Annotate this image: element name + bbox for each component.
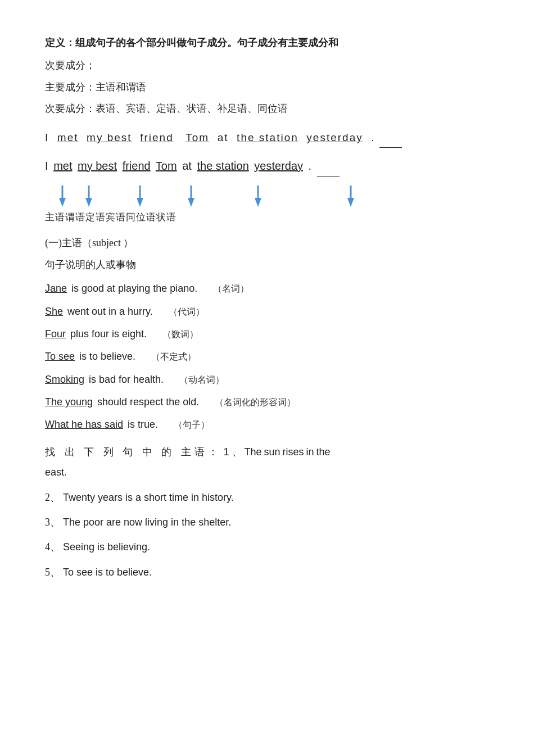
word-friend: friend: [140, 132, 174, 143]
example-whathehassaid: What he has said is true. （句子）: [45, 415, 489, 433]
def-text-1: 定义：组成句子的各个部分叫做句子成分。句子成分有主要成分和: [45, 37, 338, 48]
example-smoking: Smoking is bad for health. （动名词）: [45, 370, 489, 388]
s-tom: Tom: [156, 160, 177, 172]
arrow-1: [51, 185, 74, 208]
find-num1: 1 、: [224, 443, 242, 461]
arrow-6: [323, 185, 379, 208]
find-sun: sun: [264, 443, 280, 461]
word-my-best-friend: my best: [87, 132, 132, 143]
subject-heading: (一)主语（subject ）: [45, 234, 489, 252]
svg-marker-1: [59, 198, 66, 207]
note-whathehassaid: （句子）: [174, 417, 210, 433]
note-theyoung: （名词化的形容词）: [215, 395, 296, 411]
s-met: met: [53, 160, 72, 172]
exercise-section: 找 出 下 列 句 中 的 主语： 1 、 The sun rises in t…: [45, 443, 489, 581]
ex5-text: To see is to believe.: [63, 567, 152, 578]
subject-whathehassaid: What he has said: [45, 415, 123, 433]
definition-line2: 次要成分；: [45, 56, 489, 74]
subject-smoking: Smoking: [45, 370, 84, 388]
find-in: in: [306, 443, 314, 461]
ex4-text: Seeing is believing.: [63, 541, 150, 553]
s-period: .: [309, 160, 312, 172]
definition-line1: 定义：组成句子的各个部分叫做句子成分。句子成分有主要成分和: [45, 34, 489, 52]
minor-components: 次要成分：表语、宾语、定语、状语、补足语、同位语: [45, 99, 489, 117]
word-the-station: the station: [237, 132, 298, 143]
exercise-3: 3、 The poor are now living in the shelte…: [45, 513, 489, 531]
rest-theyoung: should respect the old.: [97, 393, 199, 411]
major-text: 主要成分：主语和谓语: [45, 82, 146, 93]
ex5-num: 5、: [45, 567, 60, 578]
s-I: I: [45, 160, 48, 172]
find-the: the: [316, 443, 331, 461]
svg-marker-7: [188, 198, 194, 207]
ex3-text: The poor are now living in the shelter.: [63, 517, 231, 528]
example-she: She went out in a hurry. （代词）: [45, 302, 489, 320]
arrow-3: [103, 185, 177, 208]
note-she: （代词）: [169, 304, 205, 320]
exercise-4: 4、 Seeing is believing.: [45, 538, 489, 556]
subject-four: Four: [45, 325, 66, 343]
subject-jane: Jane: [45, 279, 67, 297]
exercise-2: 2、 Twenty years is a short time in histo…: [45, 488, 489, 506]
subject-section: (一)主语（subject ） 句子说明的人或事物 Jane is good a…: [45, 234, 489, 434]
example-four: Four plus four is eight. （数词）: [45, 325, 489, 343]
ex4-num: 4、: [45, 541, 60, 553]
rest-jane: is good at playing the piano.: [71, 279, 197, 297]
ex2-num: 2、: [45, 492, 60, 503]
rest-she: went out in a hurry.: [67, 302, 153, 320]
note-tosee: （不定式）: [151, 349, 196, 365]
rest-tosee: is to believe.: [79, 347, 135, 365]
exercise-5: 5、 To see is to believe.: [45, 563, 489, 581]
arrow-5: [227, 185, 289, 208]
find-east-line: east.: [45, 463, 489, 481]
find-subject-line: 找 出 下 列 句 中 的 主语： 1 、 The sun rises in t…: [45, 443, 489, 461]
svg-marker-3: [85, 198, 92, 207]
note-jane: （名词）: [213, 281, 249, 297]
component-labels: 主语谓语定语宾语同位语状语: [45, 209, 489, 227]
note-four: （数词）: [162, 327, 198, 343]
word-met: met: [57, 132, 79, 143]
arrow-4: [177, 185, 206, 208]
s-blank: [317, 156, 340, 176]
svg-marker-5: [137, 198, 143, 207]
find-The: The: [245, 443, 262, 461]
arrow-2: [74, 185, 103, 208]
rest-smoking: is bad for health.: [89, 370, 164, 388]
s-yesterday: yesterday: [254, 160, 303, 172]
ex2-text: Twenty years is a short time in history.: [63, 492, 234, 503]
ex3-num: 3、: [45, 517, 60, 528]
example-tosee: To see is to believe. （不定式）: [45, 347, 489, 365]
find-intro-cn: 找 出 下 列 句 中 的 主语：: [45, 443, 221, 461]
word-at: at: [218, 132, 229, 143]
minor-text: 次要成分：表语、宾语、定语、状语、补足语、同位语: [45, 103, 288, 114]
rest-four: plus four is eight.: [70, 325, 147, 343]
s-thestation: the station: [197, 160, 248, 172]
s-at: at: [182, 160, 192, 172]
find-rises: rises: [283, 443, 304, 461]
example-theyoung: The young should respect the old. （名词化的形…: [45, 393, 489, 411]
rest-whathehassaid: is true.: [128, 415, 158, 433]
sample-sentence: I met my best friend Tom at the station …: [45, 128, 489, 148]
major-components: 主要成分：主语和谓语: [45, 78, 489, 96]
word-yesterday: yesterday: [306, 132, 363, 143]
word-tom: Tom: [185, 132, 209, 143]
subject-tosee: To see: [45, 347, 75, 365]
note-smoking: （动名词）: [179, 372, 224, 388]
svg-marker-9: [255, 198, 261, 207]
subject-desc: 句子说明的人或事物: [45, 256, 489, 274]
subject-theyoung: The young: [45, 393, 93, 411]
example-jane: Jane is good at playing the piano. （名词）: [45, 279, 489, 297]
def-text-2: 次要成分；: [45, 60, 96, 71]
arrows-container: [51, 185, 489, 208]
sample-sentence-display: I met my best friend Tom at the station …: [45, 156, 489, 176]
subject-she: She: [45, 302, 63, 320]
s-mybest: my best: [78, 160, 117, 172]
s-friend: friend: [123, 160, 151, 172]
svg-marker-11: [347, 198, 354, 207]
